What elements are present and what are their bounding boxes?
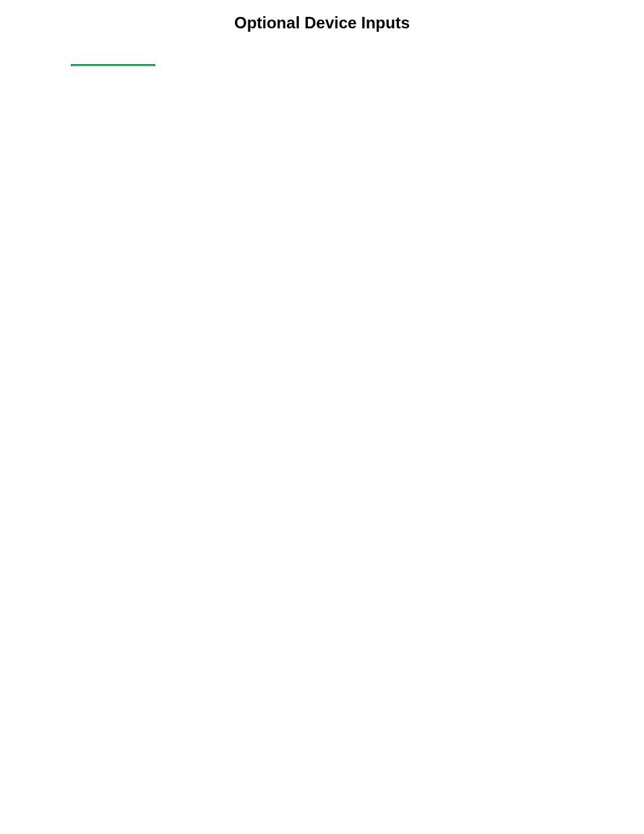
page-title: Optional Device Inputs <box>0 0 644 39</box>
page: Optional Device Inputs ▟▙▟▙ 835/8 GNDINP… <box>0 0 644 66</box>
description-column: GNDSupplied Battery GroundINPActivate Ga… <box>135 64 635 66</box>
